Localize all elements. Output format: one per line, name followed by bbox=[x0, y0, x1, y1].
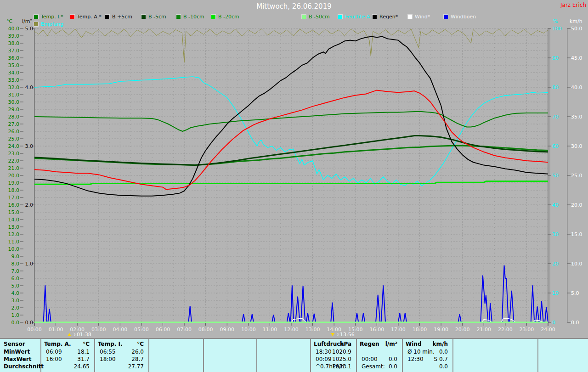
table-row-label: Durchschnitt bbox=[4, 363, 44, 370]
legend-item-feuchte-a-[interactable]: Feuchte A.* bbox=[338, 14, 374, 20]
hour-tick-label: 10:00 bbox=[238, 327, 259, 333]
hour-tick-label: 08:00 bbox=[195, 327, 216, 333]
legend-swatch-icon bbox=[105, 14, 110, 19]
table-cell-value: 0.0 bbox=[402, 363, 448, 370]
celsius-tick-label: 21.0 bbox=[4, 165, 19, 171]
percent-tick-label: 50 bbox=[552, 173, 566, 179]
legend-swatch-icon bbox=[407, 14, 413, 19]
celsius-tick-label: 32.0 bbox=[4, 85, 19, 90]
table-cell-value: 0.0 bbox=[356, 363, 397, 370]
celsius-tick-label: 36.0 bbox=[4, 55, 19, 61]
hour-tick-label: 06:00 bbox=[153, 327, 174, 333]
legend-item-b-20cm[interactable]: B -20cm bbox=[211, 14, 239, 20]
table-cell-value: 27.77 bbox=[94, 363, 144, 370]
table-cell-value: 26.0 bbox=[94, 349, 144, 355]
celsius-tick-label: 3.0 bbox=[4, 298, 19, 304]
summary-table: SensorMinWertMaxWertDurchschnittTemp. A.… bbox=[0, 338, 588, 372]
legend-item-label: Feuchte A.* bbox=[345, 14, 374, 20]
marker-moonrise: ☽01:38 bbox=[68, 332, 91, 338]
legend-swatch-icon bbox=[301, 14, 306, 19]
kmh-tick-label: 10.0 bbox=[571, 261, 587, 267]
hour-tick-label: 11:00 bbox=[259, 327, 280, 333]
legend-item-temp-i-[interactable]: Temp. I.* bbox=[34, 14, 63, 20]
legend-item-b-5cm[interactable]: B +5cm bbox=[105, 14, 132, 20]
legend-item-empfang[interactable]: Empfang bbox=[34, 21, 63, 27]
legend-swatch-icon bbox=[70, 14, 75, 19]
percent-tick-label: 20 bbox=[552, 261, 566, 267]
legend-item-b-50cm[interactable]: B -50cm bbox=[301, 14, 330, 20]
celsius-tick-label: 34.0 bbox=[4, 70, 19, 76]
weather-app-window: Mittwoch, 26.06.2019 Jarz Erich Temp. I.… bbox=[0, 0, 588, 372]
table-cell-value: 18.1 bbox=[40, 349, 90, 355]
legend-item-windb-en[interactable]: Windböen bbox=[443, 14, 476, 20]
legend-swatch-icon bbox=[34, 14, 39, 19]
table-row-label: MinWert bbox=[4, 349, 30, 355]
legend-item-label: B -50cm bbox=[309, 14, 330, 20]
hour-tick-label: 20:00 bbox=[452, 327, 473, 333]
legend-item-label: B -10cm bbox=[183, 14, 204, 20]
kmh-tick-label: 0.0 bbox=[571, 320, 587, 326]
celsius-tick-label: 7.0 bbox=[4, 268, 19, 274]
celsius-tick-label: 40.0 bbox=[4, 26, 19, 32]
celsius-tick-label: 20.0 bbox=[4, 173, 19, 179]
table-cell-value: S 0.7 bbox=[402, 356, 448, 363]
celsius-tick-label: 37.0 bbox=[4, 48, 19, 54]
celsius-tick-label: 19.0 bbox=[4, 180, 19, 186]
hour-tick-label: 13:00 bbox=[302, 327, 323, 333]
legend-item-b-10cm[interactable]: B -10cm bbox=[176, 14, 204, 20]
lm2-tick-label: 5.0 bbox=[21, 26, 33, 32]
marker-time-label: 13:56 bbox=[340, 332, 355, 338]
legend-swatch-icon bbox=[211, 14, 216, 19]
hour-tick-label: 21:00 bbox=[473, 327, 494, 333]
legend-swatch-icon bbox=[176, 14, 181, 19]
celsius-tick-label: 2.0 bbox=[4, 305, 19, 311]
marker-moonset: ☽13:56 bbox=[331, 332, 355, 338]
celsius-tick-label: 23.0 bbox=[4, 151, 19, 157]
kmh-tick-label: 50.0 bbox=[571, 26, 587, 32]
hour-tick-label: 12:00 bbox=[281, 327, 302, 333]
celsius-tick-label: 38.0 bbox=[4, 40, 19, 46]
celsius-tick-label: 1.0 bbox=[4, 312, 19, 318]
legend-swatch-icon bbox=[372, 14, 377, 19]
celsius-tick-label: 15.0 bbox=[4, 209, 19, 215]
legend-item-label: Temp. I.* bbox=[41, 14, 63, 20]
weather-day-chart bbox=[0, 0, 588, 338]
legend-item-b-5cm[interactable]: B -5cm bbox=[141, 14, 166, 20]
marker-time-label: 01:38 bbox=[77, 332, 91, 338]
legend-item-label: Wind* bbox=[415, 14, 430, 20]
celsius-tick-label: 28.0 bbox=[4, 114, 19, 120]
kmh-tick-label: 35.0 bbox=[571, 114, 587, 120]
lm2-tick-label: 2.0 bbox=[21, 202, 33, 208]
hour-tick-label: 19:00 bbox=[430, 327, 452, 333]
hour-tick-label: 24:00 bbox=[537, 327, 559, 333]
lm2-axis-unit: l/m² bbox=[22, 18, 32, 24]
legend-item-wind-[interactable]: Wind* bbox=[407, 14, 430, 20]
legend-item-regen-[interactable]: Regen* bbox=[372, 14, 398, 20]
table-cell-value: 0.0 bbox=[356, 356, 397, 363]
celsius-tick-label: 4.0 bbox=[4, 290, 19, 296]
table-separator bbox=[537, 339, 538, 372]
kmh-tick-label: 5.0 bbox=[571, 290, 587, 296]
legend-item-temp-a-[interactable]: Temp. A.* bbox=[70, 14, 102, 20]
hour-tick-label: 18:00 bbox=[409, 327, 430, 333]
celsius-tick-label: 14.0 bbox=[4, 217, 19, 223]
table-cell-value: 1020.9 bbox=[310, 349, 351, 355]
celsius-tick-label: 29.0 bbox=[4, 107, 19, 113]
celsius-tick-label: 16.0 bbox=[4, 202, 19, 208]
station-name: Jarz Erich bbox=[560, 2, 586, 8]
hour-tick-label: 07:00 bbox=[174, 327, 195, 333]
kmh-tick-label: 20.0 bbox=[571, 202, 587, 208]
legend-item-label: Temp. A.* bbox=[77, 14, 102, 20]
table-cell-value: 1025.0 bbox=[310, 356, 351, 363]
moon-icon: ☽ bbox=[335, 332, 339, 337]
percent-axis-unit: % bbox=[553, 18, 558, 24]
percent-tick-label: 70 bbox=[552, 114, 566, 120]
celsius-tick-label: 18.0 bbox=[4, 187, 19, 193]
kmh-axis-unit: km/h bbox=[570, 18, 582, 24]
table-col-unit: km/h bbox=[402, 341, 448, 348]
kmh-tick-label: 40.0 bbox=[571, 85, 587, 90]
celsius-tick-label: 0.0 bbox=[4, 320, 19, 326]
celsius-tick-label: 8.0 bbox=[4, 261, 19, 267]
legend-item-label: B -5cm bbox=[148, 14, 166, 20]
hour-tick-label: 16:00 bbox=[366, 327, 387, 333]
